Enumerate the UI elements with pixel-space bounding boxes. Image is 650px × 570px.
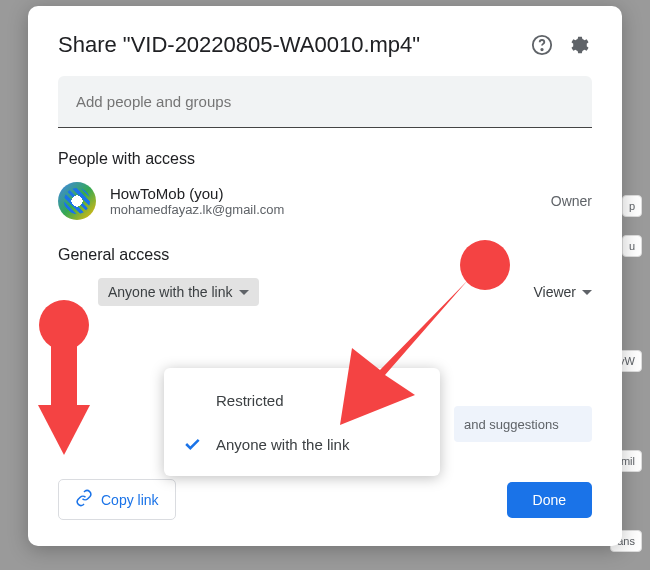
access-scope-dropdown[interactable]: Anyone with the link xyxy=(98,278,259,306)
copy-link-button[interactable]: Copy link xyxy=(58,479,176,520)
svg-point-1 xyxy=(541,49,542,50)
person-role: Owner xyxy=(551,193,592,209)
gear-icon[interactable] xyxy=(568,33,592,57)
dialog-header: Share "VID-20220805-WA0010.mp4" xyxy=(58,32,592,58)
chevron-down-icon xyxy=(582,290,592,295)
done-button[interactable]: Done xyxy=(507,482,592,518)
copy-link-label: Copy link xyxy=(101,492,159,508)
add-people-input[interactable] xyxy=(58,76,592,128)
person-row: HowToMob (you) mohamedfayaz.lk@gmail.com… xyxy=(58,182,592,220)
access-option-anyone[interactable]: Anyone with the link xyxy=(164,422,440,466)
dialog-footer: Copy link Done xyxy=(58,479,592,520)
person-email: mohamedfayaz.lk@gmail.com xyxy=(110,202,284,217)
check-icon xyxy=(182,434,202,454)
link-icon xyxy=(75,489,93,510)
help-icon[interactable] xyxy=(530,33,554,57)
general-access-heading: General access xyxy=(58,246,592,264)
message-hint-fragment: and suggestions xyxy=(454,406,592,442)
access-scope-selected: Anyone with the link xyxy=(108,284,233,300)
access-role-label: Viewer xyxy=(533,284,576,300)
share-dialog: Share "VID-20220805-WA0010.mp4" People w… xyxy=(28,6,622,546)
access-scope-menu: Restricted Anyone with the link xyxy=(164,368,440,476)
header-icons xyxy=(530,33,592,57)
access-option-restricted[interactable]: Restricted xyxy=(164,378,440,422)
person-name: HowToMob (you) xyxy=(110,185,284,202)
bg-frag: p xyxy=(622,195,642,217)
access-option-label: Anyone with the link xyxy=(216,436,349,453)
access-role-dropdown[interactable]: Viewer xyxy=(533,284,592,300)
bg-frag: u xyxy=(622,235,642,257)
access-option-label: Restricted xyxy=(216,392,284,409)
people-with-access-heading: People with access xyxy=(58,150,592,168)
avatar xyxy=(58,182,96,220)
dialog-title: Share "VID-20220805-WA0010.mp4" xyxy=(58,32,420,58)
general-access-row: Anyone with the link Viewer xyxy=(58,278,592,306)
chevron-down-icon xyxy=(239,290,249,295)
